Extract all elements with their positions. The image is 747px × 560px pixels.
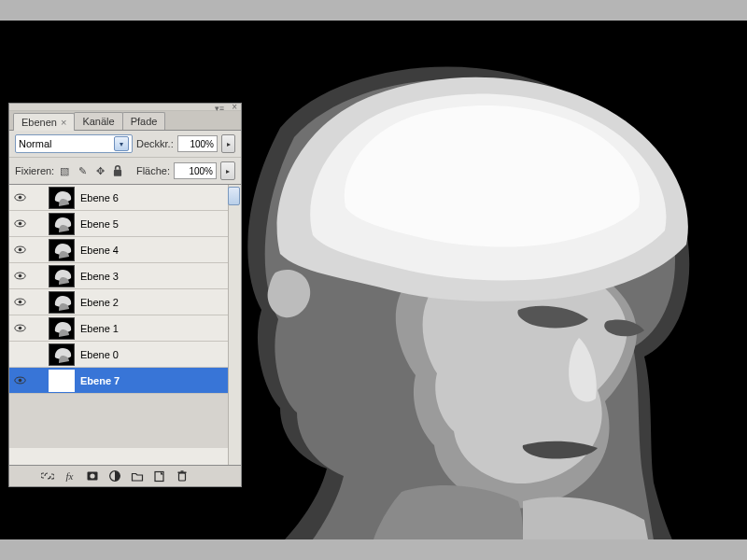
panel-statusbar: fx <box>9 465 241 486</box>
layer-row[interactable]: Ebene 6 <box>9 185 241 211</box>
top-gutter <box>0 0 747 21</box>
svg-point-12 <box>18 274 21 278</box>
layers-empty-area[interactable] <box>9 394 241 448</box>
opacity-label: Deckkr.: <box>136 138 174 149</box>
visibility-toggle[interactable] <box>13 270 26 283</box>
layer-row[interactable]: Ebene 7 <box>9 368 241 394</box>
opacity-input[interactable]: 100% <box>177 135 218 152</box>
svg-point-24 <box>90 473 94 478</box>
svg-point-9 <box>18 248 21 252</box>
app-stage: ▾≡ × Ebenen× Kanäle Pfade Normal ▾ Deckk… <box>0 0 747 560</box>
layer-row[interactable]: Ebene 1 <box>9 315 241 342</box>
link-icon[interactable] <box>40 469 54 483</box>
fill-value: 100% <box>189 166 213 176</box>
trash-icon[interactable] <box>175 469 189 483</box>
new-layer-icon[interactable] <box>152 469 166 483</box>
tab-close-icon[interactable]: × <box>61 117 66 128</box>
layer-thumbnail[interactable] <box>49 239 75 261</box>
layer-thumbnail[interactable] <box>49 370 75 392</box>
lock-icons-group: ▧ ✎ ✥ <box>58 164 124 177</box>
mask-icon[interactable] <box>85 469 99 483</box>
fill-flyout-button[interactable]: ▸ <box>220 161 235 180</box>
lock-fill-row: Fixieren: ▧ ✎ ✥ Fläche: 100% ▸ <box>9 158 241 185</box>
blend-opacity-row: Normal ▾ Deckkr.: 100% ▸ <box>9 131 241 158</box>
layer-row[interactable]: Ebene 5 <box>9 211 241 237</box>
tab-layers[interactable]: Ebenen× <box>13 113 75 131</box>
layer-thumbnail[interactable] <box>49 317 75 340</box>
layer-thumbnail[interactable] <box>49 265 75 287</box>
layers-scrollbar[interactable] <box>228 185 241 465</box>
svg-point-6 <box>18 222 21 226</box>
svg-point-18 <box>18 327 21 330</box>
fill-label: Fläche: <box>136 165 170 176</box>
layers-list[interactable]: Ebene 6 Ebene 5 Ebene 4 Ebene 3 <box>9 185 241 465</box>
svg-rect-29 <box>180 470 183 471</box>
group-icon[interactable] <box>130 469 144 483</box>
blend-mode-value: Normal <box>19 138 51 149</box>
svg-rect-27 <box>178 473 185 481</box>
fill-input[interactable]: 100% <box>174 162 217 179</box>
svg-point-3 <box>18 196 21 200</box>
tab-paths[interactable]: Pfade <box>122 112 166 130</box>
layer-row[interactable]: Ebene 3 <box>9 263 241 289</box>
visibility-toggle[interactable] <box>13 322 26 335</box>
adjustment-icon[interactable] <box>107 469 121 483</box>
layer-thumbnail[interactable] <box>49 213 75 235</box>
layer-name[interactable]: Ebene 2 <box>80 297 237 308</box>
tab-label: Kanäle <box>82 116 114 127</box>
visibility-toggle[interactable] <box>13 348 26 361</box>
chevron-down-icon: ▾ <box>114 136 129 151</box>
panel-menu-icon[interactable]: ▾≡ <box>215 104 224 113</box>
tab-label: Pfade <box>131 116 158 127</box>
layer-name[interactable]: Ebene 0 <box>80 349 237 360</box>
layer-thumbnail[interactable] <box>49 187 75 209</box>
fx-icon[interactable]: fx <box>63 469 77 483</box>
tab-label: Ebenen <box>21 117 57 128</box>
blend-mode-select[interactable]: Normal ▾ <box>15 134 133 153</box>
tab-channels[interactable]: Kanäle <box>74 112 122 130</box>
layer-name[interactable]: Ebene 1 <box>80 323 237 334</box>
visibility-toggle[interactable] <box>13 217 26 231</box>
layer-row[interactable]: Ebene 4 <box>9 237 241 263</box>
transparency-lock-icon[interactable]: ▧ <box>58 164 71 177</box>
layer-thumbnail[interactable] <box>49 343 75 366</box>
full-lock-icon[interactable] <box>111 164 124 177</box>
layers-panel: ▾≡ × Ebenen× Kanäle Pfade Normal ▾ Deckk… <box>8 103 242 487</box>
svg-rect-1 <box>114 170 121 176</box>
visibility-toggle[interactable] <box>13 244 26 257</box>
panel-close-icon[interactable]: × <box>232 102 237 112</box>
visibility-toggle[interactable] <box>13 191 26 204</box>
layer-thumbnail[interactable] <box>49 291 75 314</box>
layer-name[interactable]: Ebene 6 <box>80 192 237 203</box>
visibility-toggle[interactable] <box>13 374 26 387</box>
visibility-toggle[interactable] <box>13 296 26 309</box>
scrollbar-thumb[interactable] <box>228 187 240 205</box>
brush-lock-icon[interactable]: ✎ <box>76 164 89 177</box>
svg-rect-28 <box>177 472 186 474</box>
opacity-flyout-button[interactable]: ▸ <box>221 134 235 153</box>
panel-titlebar[interactable]: ▾≡ × <box>9 104 241 111</box>
bottom-gutter <box>0 539 747 560</box>
move-lock-icon[interactable]: ✥ <box>93 164 106 177</box>
opacity-value: 100% <box>190 139 214 149</box>
svg-point-15 <box>18 301 21 304</box>
layer-name[interactable]: Ebene 5 <box>80 218 237 230</box>
lock-label: Fixieren: <box>15 165 54 176</box>
layer-name[interactable]: Ebene 3 <box>80 271 237 282</box>
layer-row[interactable]: Ebene 2 <box>9 289 241 315</box>
layer-name[interactable]: Ebene 4 <box>80 245 237 256</box>
layer-name[interactable]: Ebene 7 <box>80 375 237 386</box>
panel-tabstrip: Ebenen× Kanäle Pfade <box>9 111 241 131</box>
svg-rect-26 <box>155 472 163 482</box>
layer-row[interactable]: Ebene 0 <box>9 342 241 368</box>
svg-point-22 <box>18 379 21 383</box>
